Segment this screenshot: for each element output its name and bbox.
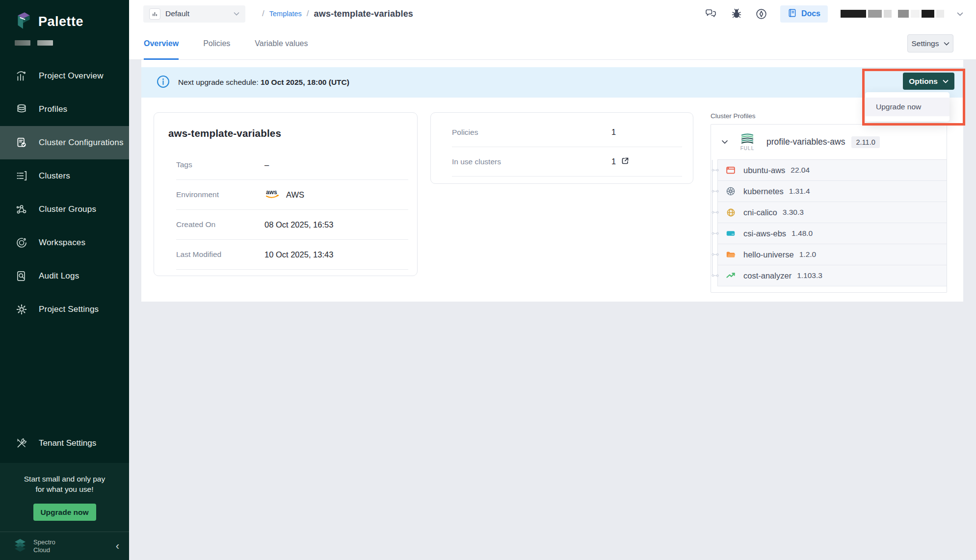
layer-name: csi-aws-ebs	[743, 229, 786, 238]
sidebar-item-profiles[interactable]: Profiles	[0, 93, 129, 126]
sidebar-spacer	[0, 326, 129, 431]
layer-row-cost-analyzer[interactable]: cost-analyzer 1.103.3	[717, 265, 947, 286]
layer-stack-icon	[739, 133, 755, 145]
server-list-icon	[15, 170, 28, 182]
sidebar-item-audit-logs[interactable]: Audit Logs	[0, 259, 129, 293]
sidebar-item-cluster-configurations[interactable]: Cluster Configurations	[0, 126, 129, 159]
sidebar-item-label: Project Settings	[39, 305, 99, 314]
layer-row-ubuntu-aws[interactable]: ubuntu-aws 22.04	[717, 160, 947, 181]
menu-item-upgrade-now[interactable]: Upgrade now	[865, 98, 950, 116]
banner-text: Next upgrade schedule: 10 Oct 2025, 18:0…	[178, 78, 349, 87]
detail-label: Last Modified	[176, 250, 264, 259]
breadcrumb-separator: /	[262, 9, 264, 19]
tab-policies[interactable]: Policies	[203, 27, 230, 60]
sidebar-item-label: Clusters	[39, 171, 70, 181]
breadcrumb-current: aws-template-variables	[314, 9, 414, 19]
tree-connector	[712, 274, 719, 278]
docs-label: Docs	[801, 9, 820, 18]
options-button[interactable]: Options	[903, 73, 954, 90]
sidebar-item-project-overview[interactable]: Project Overview	[0, 59, 129, 93]
layer-version: 3.30.3	[783, 208, 804, 217]
brand-line-2: Cloud	[33, 546, 50, 554]
profile-name[interactable]: profile-variables-aws	[766, 137, 845, 147]
user-menu-chevron-icon[interactable]	[957, 12, 963, 16]
redacted-block	[884, 10, 892, 18]
layer-version: 1.31.4	[789, 187, 810, 196]
banner-text-prefix: Next upgrade schedule:	[178, 78, 261, 86]
tree-connector	[712, 210, 719, 215]
redacted-block	[898, 10, 909, 18]
tree-rail	[712, 160, 712, 276]
sidebar-footer: Spectro Cloud ‹	[0, 532, 129, 560]
sidebar-item-label: Workspaces	[39, 238, 85, 248]
layer-version: 22.04	[791, 166, 810, 175]
template-details-card: aws-template-variables Tags – Environmen…	[154, 112, 418, 276]
project-selector-value: Default	[165, 9, 189, 18]
layer-row-hello-universe[interactable]: hello-universe 1.2.0	[717, 244, 947, 265]
layer-row-kubernetes[interactable]: kubernetes 1.31.4	[717, 181, 947, 202]
palette-app: Palette Project Overview	[0, 0, 976, 560]
kubernetes-wheel-icon	[725, 186, 736, 196]
explore-compass-icon[interactable]	[755, 8, 767, 20]
settings-button-label: Settings	[911, 39, 939, 48]
sidebar-item-project-settings[interactable]: Project Settings	[0, 293, 129, 326]
tree-connector	[712, 189, 719, 194]
profile-version-badge: 2.11.0	[851, 136, 879, 148]
detail-label: Environment	[176, 190, 264, 199]
audit-doc-icon	[15, 270, 28, 282]
sidebar-item-label: Cluster Groups	[39, 204, 96, 214]
tab-overview[interactable]: Overview	[144, 27, 179, 60]
external-link-icon[interactable]	[621, 156, 630, 167]
collapse-sidebar-icon[interactable]: ‹	[116, 541, 119, 552]
redacted-block	[15, 40, 30, 46]
layer-row-csi-aws-ebs[interactable]: csi-aws-ebs 1.48.0	[717, 223, 947, 244]
book-icon	[788, 8, 797, 20]
redacted-block	[841, 10, 866, 18]
detail-label: Created On	[176, 220, 264, 229]
profile-header: FULL profile-variables-aws 2.11.0	[711, 125, 947, 159]
detail-row-environment: Environment aws AWS	[176, 180, 408, 210]
sidebar-item-workspaces[interactable]: Workspaces	[0, 226, 129, 259]
storage-drive-icon	[725, 229, 736, 238]
redacted-block	[868, 10, 882, 18]
collapse-profile-chevron-icon[interactable]	[721, 140, 728, 144]
orbit-icon	[15, 236, 28, 249]
layer-row-cni-calico[interactable]: cni-calico 3.30.3	[717, 202, 947, 223]
redacted-block	[911, 10, 920, 18]
breadcrumb-templates-link[interactable]: Templates	[269, 10, 302, 18]
layer-version: 1.48.0	[791, 229, 813, 238]
layer-name: kubernetes	[743, 187, 784, 196]
docs-button[interactable]: Docs	[780, 5, 828, 23]
sidebar-item-label: Project Overview	[39, 71, 104, 81]
tab-variable-values[interactable]: Variable values	[255, 27, 308, 60]
detail-value: aws AWS	[264, 188, 304, 202]
chevron-down-icon	[944, 42, 950, 46]
project-selector[interactable]: Default	[143, 5, 245, 23]
profile-type: FULL	[736, 133, 759, 151]
upgrade-promo: Start small and only pay for what you us…	[0, 463, 129, 532]
sidebar-item-label: Cluster Configurations	[39, 138, 124, 148]
bug-report-icon[interactable]	[731, 8, 742, 20]
sidebar: Palette Project Overview	[0, 0, 129, 560]
sidebar-item-cluster-groups[interactable]: Cluster Groups	[0, 193, 129, 226]
sidebar-item-tenant-settings[interactable]: Tenant Settings	[0, 431, 129, 456]
upgrade-schedule-banner: Next upgrade schedule: 10 Oct 2025, 18:0…	[141, 67, 963, 98]
settings-button[interactable]: Settings	[907, 34, 953, 52]
redacted-block	[37, 40, 53, 46]
options-dropdown-menu: Upgrade now	[865, 92, 950, 122]
info-icon	[157, 75, 170, 90]
feedback-chat-icon[interactable]	[705, 8, 718, 20]
user-name-redacted	[841, 10, 944, 18]
spectro-cloud-brand: Spectro Cloud	[33, 538, 55, 554]
trend-up-icon	[725, 271, 736, 280]
detail-value: 08 Oct 2025, 16:53	[264, 220, 333, 229]
sidebar-nav: Project Overview Profiles	[0, 59, 129, 326]
palette-logo-icon	[15, 11, 32, 32]
overview-content: Next upgrade schedule: 10 Oct 2025, 18:0…	[141, 60, 963, 302]
sidebar-upgrade-now-button[interactable]: Upgrade now	[33, 504, 96, 521]
sidebar-item-label: Audit Logs	[39, 271, 79, 281]
detail-label: Tags	[176, 160, 264, 169]
sidebar-item-clusters[interactable]: Clusters	[0, 159, 129, 193]
layer-name: hello-universe	[743, 250, 794, 259]
profile-layers-list: ubuntu-aws 22.04	[717, 159, 947, 286]
